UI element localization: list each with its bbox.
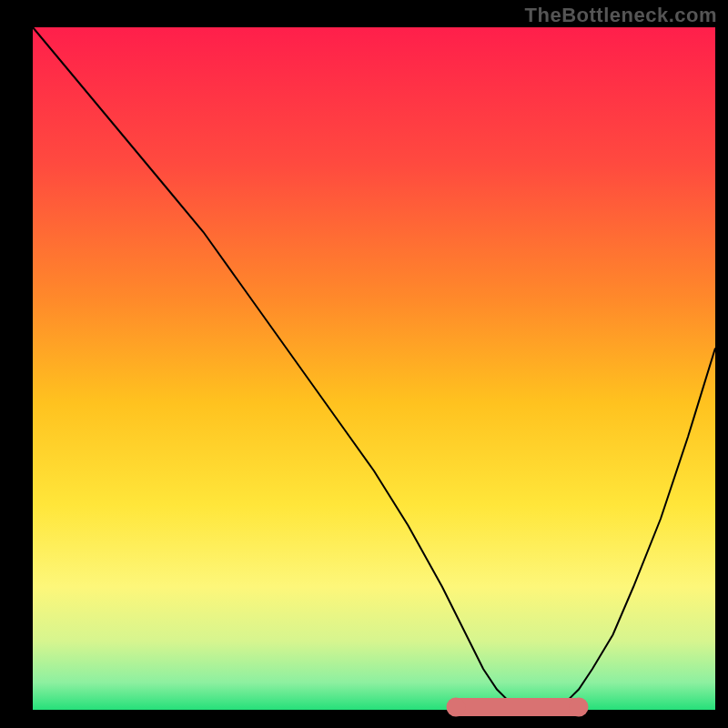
attribution-label: TheBottleneck.com (525, 4, 717, 27)
gradient-background (33, 27, 715, 710)
chart-frame: TheBottleneck.com (0, 0, 728, 728)
bottleneck-chart (0, 0, 728, 728)
flat-zone-endcap-right (570, 698, 589, 717)
flat-zone-endcap-left (447, 698, 466, 717)
